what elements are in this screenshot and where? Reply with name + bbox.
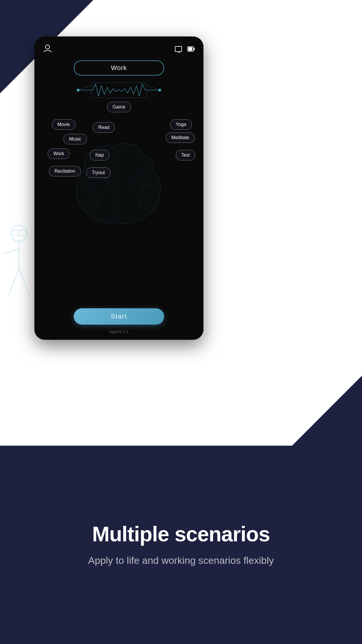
tag-game[interactable]: Game xyxy=(107,102,131,112)
svg-point-0 xyxy=(11,225,27,242)
tag-work[interactable]: Work xyxy=(48,148,70,159)
tag-music[interactable]: Music xyxy=(64,134,87,144)
tags-container: Game Movie Yoga Read Music Meditate xyxy=(34,76,203,308)
svg-point-5 xyxy=(45,45,50,49)
brain-deco-left xyxy=(0,222,38,303)
svg-line-3 xyxy=(9,268,19,295)
main-title: Multiple scenarios xyxy=(92,522,270,546)
bottom-section: Multiple scenarios Apply to life and wor… xyxy=(0,446,362,644)
tag-nap[interactable]: Nap xyxy=(90,150,109,160)
brain-area: Game Movie Yoga Read Music Meditate xyxy=(34,76,203,308)
phone-screen: Work xyxy=(34,36,203,340)
tag-recitation[interactable]: Recitation xyxy=(49,166,81,176)
tag-tryout[interactable]: Tryout xyxy=(86,167,110,178)
tag-yoga[interactable]: Yoga xyxy=(170,119,192,130)
phone-frame: Work xyxy=(34,36,203,340)
work-button[interactable]: Work xyxy=(74,60,164,76)
svg-rect-8 xyxy=(178,52,180,53)
tag-read[interactable]: Read xyxy=(93,122,115,133)
version-label: AppV2.1.1 xyxy=(109,329,128,334)
svg-line-4 xyxy=(19,268,29,295)
tag-movie[interactable]: Movie xyxy=(52,119,75,130)
phone-header xyxy=(34,36,203,58)
svg-rect-11 xyxy=(188,47,192,51)
sub-title: Apply to life and working scenarios flex… xyxy=(88,553,274,568)
svg-rect-10 xyxy=(194,48,195,50)
start-button[interactable]: Start xyxy=(74,308,164,325)
device-status-icons xyxy=(175,45,195,53)
svg-line-2 xyxy=(3,249,19,254)
tag-meditate[interactable]: Meditate xyxy=(166,132,195,143)
svg-rect-7 xyxy=(175,47,181,51)
tag-test[interactable]: Test xyxy=(176,150,195,160)
user-icon[interactable] xyxy=(43,43,52,55)
